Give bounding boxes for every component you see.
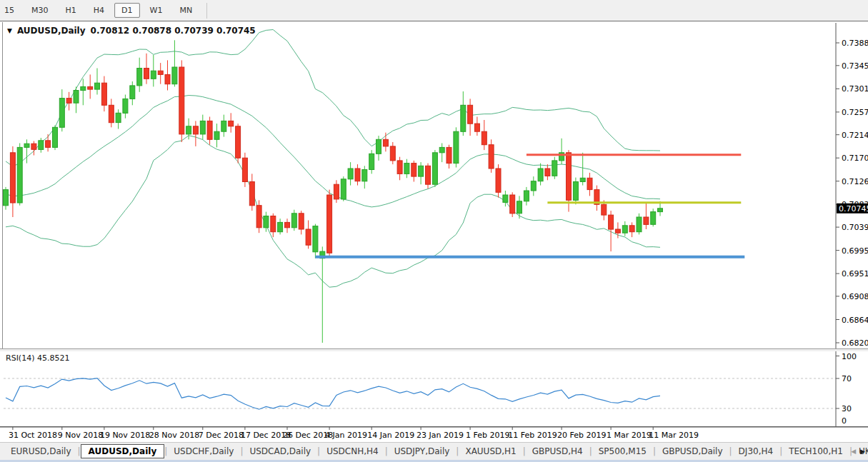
rsi-indicator-panel[interactable]: RSI(14) 45.8521 10070300 (0, 351, 868, 427)
svg-text:23 Jan 2019: 23 Jan 2019 (416, 431, 464, 440)
svg-text:9 Nov 2018: 9 Nov 2018 (58, 431, 103, 440)
svg-text:0.73450: 0.73450 (842, 61, 868, 71)
tab-usdcnh-h4[interactable]: USDCNH,H4 (320, 444, 385, 458)
rsi-label: RSI(14) 45.8521 (6, 353, 69, 363)
tab-scroll-controls: ◀ ▶ (851, 443, 865, 459)
timeframe-button-mn[interactable]: MN (172, 3, 199, 18)
tab-usdjpy-daily[interactable]: USDJPY,Daily (388, 444, 457, 458)
svg-text:11 Feb 2019: 11 Feb 2019 (508, 431, 557, 440)
rsi-axis[interactable]: 10070300 (836, 351, 857, 426)
svg-text:0.71700: 0.71700 (842, 154, 868, 163)
timeframe-button-d1[interactable]: D1 (114, 3, 139, 18)
svg-text:0.70390: 0.70390 (842, 223, 868, 232)
svg-text:0.72570: 0.72570 (842, 108, 868, 117)
price-axis[interactable]: 0.738800.734500.730100.725700.721400.717… (836, 23, 868, 355)
date-axis-labels: 31 Oct 20189 Nov 201819 Nov 201828 Nov 2… (0, 427, 868, 442)
svg-text:20 Feb 2019: 20 Feb 2019 (557, 431, 606, 440)
tab-tech100-h1[interactable]: TECH100,H1 (782, 444, 849, 458)
tab-xauusd-h1[interactable]: XAUUSD,H1 (459, 444, 522, 458)
tab-sp500-m15[interactable]: SP500,M15 (592, 444, 653, 458)
collapse-icon[interactable]: ▼ (7, 27, 12, 34)
svg-text:0.73010: 0.73010 (842, 84, 868, 94)
svg-text:0.68640: 0.68640 (842, 316, 868, 325)
svg-text:28 Nov 2018: 28 Nov 2018 (149, 431, 199, 440)
svg-text:1 Mar 2019: 1 Mar 2019 (607, 431, 652, 440)
svg-text:0.72140: 0.72140 (842, 131, 868, 140)
timeframe-button-w1[interactable]: W1 (143, 3, 170, 18)
svg-text:0.73880: 0.73880 (842, 39, 868, 48)
chart-tab-bar: EURUSD,Daily|AUDUSD,Daily|USDCHF,Daily|U… (0, 442, 868, 460)
svg-text:0.69510: 0.69510 (842, 269, 868, 278)
candles-layer (4, 40, 663, 343)
rsi-levels (4, 378, 836, 408)
svg-text:4 Jan 2019: 4 Jan 2019 (325, 431, 367, 440)
chart-ohlc-values: 0.70812 0.70878 0.70739 0.70745 (91, 26, 256, 36)
svg-text:0: 0 (842, 416, 847, 426)
timeframe-toolbar: 15M30H1H4D1W1MN (0, 0, 868, 21)
scroll-left-icon[interactable]: ◀ (851, 443, 856, 459)
svg-text:100: 100 (842, 352, 857, 361)
mt4-chart-window: 15M30H1H4D1W1MN ▼ AUDUSD,Daily 0.70812 0… (0, 0, 868, 462)
tab-eurusd-daily[interactable]: EURUSD,Daily (4, 444, 78, 458)
tab-dj30-h4[interactable]: DJ30,H4 (732, 444, 780, 458)
svg-text:0.69080: 0.69080 (842, 292, 868, 301)
svg-text:70: 70 (842, 374, 852, 383)
timeframe-button-m30[interactable]: M30 (24, 3, 56, 18)
timeframe-button-h1[interactable]: H1 (59, 3, 84, 18)
svg-text:0.68200: 0.68200 (842, 338, 868, 348)
chart-title: ▼ AUDUSD,Daily 0.70812 0.70878 0.70739 0… (7, 26, 256, 36)
price-chart[interactable]: 0.738800.734500.730100.725700.721400.717… (0, 21, 868, 355)
timeframe-button-15[interactable]: 15 (3, 3, 21, 18)
svg-text:7 Dec 2018: 7 Dec 2018 (199, 431, 244, 440)
rsi-chart[interactable]: 10070300 (0, 351, 868, 426)
svg-text:31 Oct 2018: 31 Oct 2018 (9, 431, 57, 440)
svg-text:11 Mar 2019: 11 Mar 2019 (649, 431, 699, 440)
date-axis-ticks: 31 Oct 20189 Nov 201819 Nov 201828 Nov 2… (0, 427, 868, 440)
tab-gbpusd-h4[interactable]: GBPUSD,H4 (526, 444, 589, 458)
date-axis[interactable]: 31 Oct 20189 Nov 201819 Nov 201828 Nov 2… (0, 427, 868, 442)
timeframe-button-h4[interactable]: H4 (86, 3, 111, 18)
main-chart-panel[interactable]: ▼ AUDUSD,Daily 0.70812 0.70878 0.70739 0… (0, 21, 868, 355)
scroll-right-icon[interactable]: ▶ (860, 443, 865, 459)
timeframe-buttons: 15M30H1H4D1W1MN (0, 0, 868, 21)
tab-gbpusd-daily[interactable]: GBPUSD,Daily (656, 444, 729, 458)
tab-usdchf-daily[interactable]: USDCHF,Daily (167, 444, 240, 458)
svg-text:30: 30 (842, 404, 852, 413)
svg-text:19 Nov 2018: 19 Nov 2018 (100, 431, 150, 440)
svg-text:0.71260: 0.71260 (842, 177, 868, 186)
svg-text:0.69950: 0.69950 (842, 246, 868, 256)
rsi-value: 45.8521 (37, 353, 70, 363)
current-price-badge: 0.70745 (837, 204, 868, 214)
tab-usdcad-daily[interactable]: USDCAD,Daily (243, 444, 317, 458)
chart-symbol-label: AUDUSD,Daily (17, 26, 86, 36)
toolbar-divider (206, 3, 207, 19)
svg-text:1 Feb 2019: 1 Feb 2019 (466, 431, 509, 440)
tab-audusd-daily[interactable]: AUDUSD,Daily (81, 444, 165, 458)
svg-text:14 Jan 2019: 14 Jan 2019 (367, 431, 414, 440)
rsi-line (6, 378, 660, 410)
svg-text:0.70745: 0.70745 (839, 204, 868, 214)
